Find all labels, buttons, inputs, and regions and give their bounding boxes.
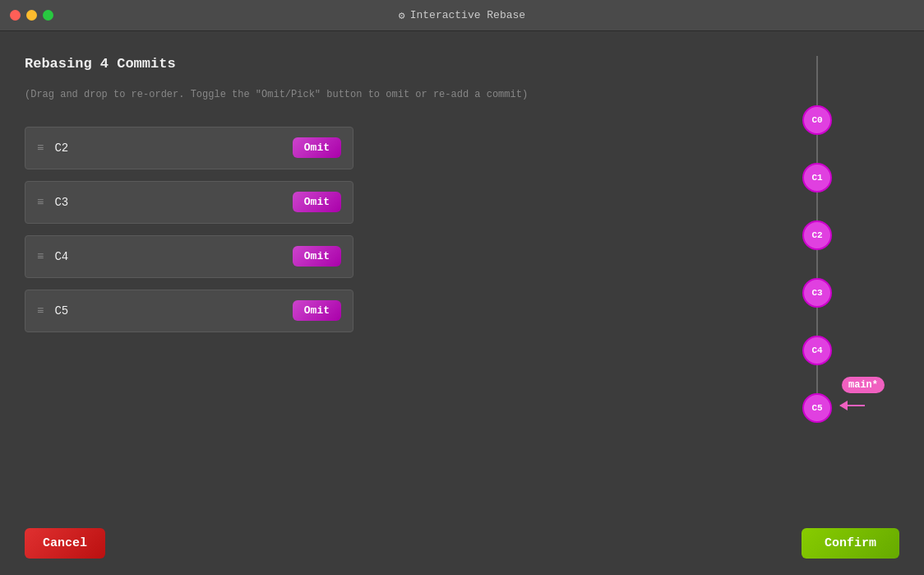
title-bar: ⚙ Interactive Rebase bbox=[0, 0, 924, 31]
graph-node-c3: C3 bbox=[802, 278, 832, 308]
graph-container: C0 C1 C2 C3 C4 C5 main* bbox=[784, 56, 850, 401]
minimize-button[interactable] bbox=[26, 10, 37, 21]
commit-row-c4[interactable]: ≡ C4 Omit bbox=[25, 235, 353, 278]
maximize-button[interactable] bbox=[43, 10, 53, 21]
subtitle-text: (Drag and drop to re-order. Toggle the "… bbox=[25, 88, 735, 102]
window-title-text: Interactive Rebase bbox=[410, 9, 525, 21]
confirm-button[interactable]: Confirm bbox=[802, 528, 899, 559]
drag-handle-c2[interactable]: ≡ bbox=[37, 142, 44, 154]
page-heading: Rebasing 4 Commits bbox=[25, 56, 735, 72]
gear-icon: ⚙ bbox=[399, 9, 405, 22]
branch-arrow bbox=[840, 405, 865, 406]
graph-node-c4: C4 bbox=[802, 336, 832, 365]
drag-handle-c5[interactable]: ≡ bbox=[37, 305, 44, 317]
commit-id-c4: C4 bbox=[54, 250, 282, 263]
commit-list: ≡ C2 Omit ≡ C3 Omit ≡ C4 Omit ≡ C5 Omit bbox=[25, 127, 353, 332]
omit-button-c4[interactable]: Omit bbox=[293, 246, 341, 267]
window-title: ⚙ Interactive Rebase bbox=[399, 9, 525, 22]
bottom-bar: Cancel Confirm bbox=[25, 528, 899, 559]
omit-button-c2[interactable]: Omit bbox=[293, 137, 341, 158]
commit-id-c2: C2 bbox=[54, 141, 282, 155]
graph-node-c1: C1 bbox=[802, 163, 832, 192]
window-controls bbox=[10, 10, 53, 21]
graph-node-c5: C5 bbox=[802, 393, 832, 423]
commit-id-c3: C3 bbox=[54, 196, 282, 209]
main-content: Rebasing 4 Commits (Drag and drop to re-… bbox=[0, 31, 924, 575]
commit-row-c3[interactable]: ≡ C3 Omit bbox=[25, 181, 353, 224]
graph-node-c2: C2 bbox=[802, 220, 832, 250]
commit-row-c5[interactable]: ≡ C5 Omit bbox=[25, 290, 353, 332]
drag-handle-c3[interactable]: ≡ bbox=[37, 197, 44, 208]
left-panel: Rebasing 4 Commits (Drag and drop to re-… bbox=[25, 48, 735, 559]
drag-handle-c4[interactable]: ≡ bbox=[37, 251, 44, 262]
close-button[interactable] bbox=[10, 10, 21, 21]
branch-label: main* bbox=[842, 377, 885, 393]
commit-row-c2[interactable]: ≡ C2 Omit bbox=[25, 127, 353, 169]
cancel-button[interactable]: Cancel bbox=[25, 528, 105, 559]
omit-button-c3[interactable]: Omit bbox=[293, 192, 341, 212]
commit-graph: C0 C1 C2 C3 C4 C5 main* bbox=[735, 48, 899, 559]
omit-button-c5[interactable]: Omit bbox=[293, 300, 341, 321]
graph-node-c0: C0 bbox=[802, 105, 832, 135]
commit-id-c5: C5 bbox=[54, 304, 282, 318]
